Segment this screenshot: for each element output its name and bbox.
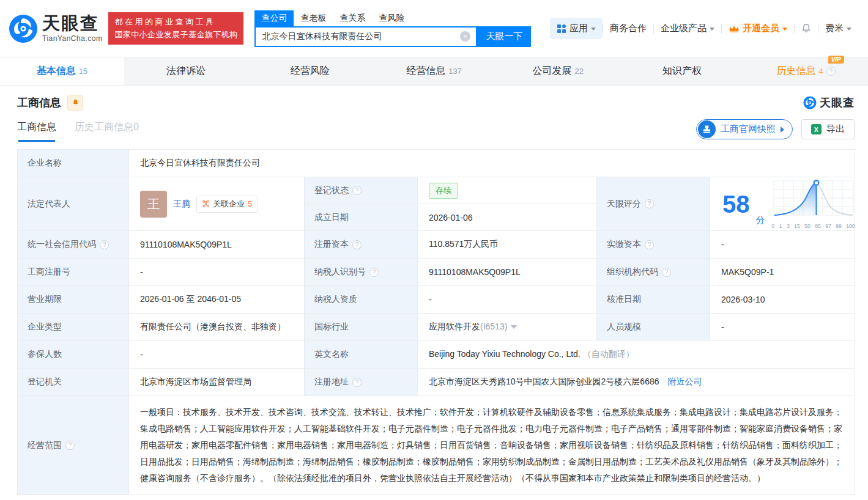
search-input[interactable] [256, 32, 460, 42]
value-legal-representative: 王 王腾 关联企业 5 [129, 177, 305, 231]
table-row: 统一社会信用代码 ? 91110108MAK5Q09P1L 注册资本 ? 110… [18, 231, 855, 259]
monitor-bell-icon[interactable] [67, 95, 83, 111]
value-establish-date: 2026-01-06 [418, 204, 597, 231]
english-name-text: Beijing Today Yixiu Technology Co., Ltd. [429, 349, 581, 359]
export-label: 导出 [826, 123, 845, 135]
tab-label: 基本信息 [37, 65, 76, 78]
tab-history-info[interactable]: 历史信息 4 ? VIP [744, 57, 868, 85]
tab-basic-info[interactable]: 基本信息 15 [0, 57, 124, 85]
nav-user[interactable]: 费米 [818, 23, 858, 34]
official-snapshot-button[interactable]: 工商官网快照 [696, 119, 793, 139]
search-tab-relation[interactable]: 查关系 [333, 10, 372, 26]
search-tab-company[interactable]: 查公司 [254, 10, 294, 26]
help-icon[interactable]: ? [100, 240, 109, 249]
page-header: 天眼查 TianYanCha.com 都在用的商业查询工具 国家中小企业发展子基… [0, 0, 868, 57]
label-registered-address: 注册地址 ? [305, 369, 418, 396]
tab-intellectual-property[interactable]: 知识产权 [620, 57, 744, 85]
value-business-term: 2026-01-06 至 2046-01-05 [129, 286, 305, 314]
help-icon[interactable]: ? [352, 378, 362, 387]
label-registration-authority: 登记机关 [18, 369, 129, 396]
search-button[interactable]: 天眼一下 [477, 26, 531, 47]
notifications-bell-icon[interactable] [795, 23, 818, 34]
table-row: 企业类型 有限责任公司（港澳台投资、非独资） 国标行业 应用软件开发(I6513… [18, 314, 855, 341]
tab-label: 经营风险 [291, 65, 330, 78]
nav-apps-label: 应用 [569, 23, 588, 34]
value-registered-address: 北京市海淀区天秀路10号中国农大国际创业园2号楼六层6686 附近公司 [418, 369, 855, 396]
address-text: 北京市海淀区天秀路10号中国农大国际创业园2号楼六层6686 [429, 377, 659, 386]
value-tianyan-score: 58 分 [710, 177, 855, 231]
excel-icon: X [811, 124, 822, 134]
auto-translate-note: （自动翻译） [583, 349, 634, 359]
arrow-right-icon [781, 127, 784, 133]
help-icon[interactable]: ? [352, 240, 362, 249]
label-insured-count: 参保人数 [18, 341, 129, 369]
tianyancha-logo[interactable]: 天眼查 TianYanCha.com [9, 14, 102, 43]
tab-operation-risk[interactable]: 经营风险 [248, 57, 372, 85]
clear-search-icon[interactable]: × [460, 31, 470, 42]
label-english-name: 英文名称 [305, 341, 418, 369]
value-registration-authority: 北京市海淀区市场监督管理局 [129, 369, 305, 396]
avatar[interactable]: 王 [140, 191, 167, 218]
help-icon[interactable]: ? [65, 441, 75, 450]
label-credit-code: 统一社会信用代码 ? [18, 231, 129, 259]
tab-operation-info[interactable]: 经营信息 137 [372, 57, 496, 85]
label-tianyan-score: 天眼评分 ? [597, 177, 710, 231]
value-paid-capital: - [710, 231, 855, 259]
tab-count: 137 [448, 67, 462, 76]
value-org-code: MAK5Q09P-1 [710, 259, 855, 286]
tianyancha-logo-icon [9, 14, 38, 43]
tab-legal-litigation[interactable]: 法律诉讼 [124, 57, 248, 85]
value-taxpayer-qualification: - [418, 286, 597, 314]
tab-count: 15 [79, 67, 87, 76]
tab-count: 22 [575, 67, 584, 76]
subtab-history-business-info[interactable]: 历史工商信息0 [75, 121, 139, 142]
value-industry[interactable]: 应用软件开发(I6513) [418, 314, 597, 341]
score-unit: 分 [756, 215, 765, 226]
snapshot-label: 工商官网快照 [721, 123, 776, 135]
brand-name: 天眼查 [42, 14, 102, 32]
tab-label: 法律诉讼 [166, 65, 206, 78]
chevron-down-icon [591, 28, 596, 31]
value-insured-count: - [129, 341, 305, 369]
value-taxpayer-id: 91110108MAK5Q09P1L [418, 259, 597, 286]
industry-code: (I6513) [480, 322, 507, 331]
subtab-business-info[interactable]: 工商信息 [17, 121, 56, 142]
nav-cooperation[interactable]: 商务合作 [603, 23, 653, 34]
label-registration-number: 工商注册号 [18, 259, 129, 286]
nav-enterprise-label: 企业级产品 [661, 23, 707, 34]
chevron-down-icon [710, 28, 714, 31]
score-distribution-chart[interactable]: 01 315 5085 9799 100 [771, 178, 856, 229]
table-row: 工商注册号 - 纳税人识别号 ? 91110108MAK5Q09P1L 组织机构… [18, 259, 855, 286]
help-icon[interactable]: ? [369, 268, 379, 277]
chevron-down-icon[interactable] [511, 325, 517, 329]
help-icon[interactable]: ? [645, 240, 654, 249]
top-nav: 应用 商务合作 企业级产品 开通会员 [550, 18, 858, 39]
nearby-companies-link[interactable]: 附近公司 [667, 377, 702, 386]
nav-vip-label: 开通会员 [743, 23, 779, 34]
legal-rep-link[interactable]: 王腾 [173, 199, 190, 210]
table-row: 企业名称 北京今日宜休科技有限责任公司 [18, 150, 855, 177]
nav-open-vip[interactable]: 开通会员 [722, 23, 794, 34]
nav-enterprise-products[interactable]: 企业级产品 [654, 23, 721, 34]
tab-company-development[interactable]: 公司发展 22 [496, 57, 620, 85]
search-area: 查公司 查老板 查关系 查风险 × 天眼一下 [254, 10, 531, 47]
label-business-scope: 经营范围 ? [18, 396, 129, 495]
chevron-down-icon [782, 28, 787, 31]
label-legal-representative: 法定代表人 [18, 177, 129, 231]
search-tab-boss[interactable]: 查老板 [294, 10, 333, 26]
help-icon[interactable]: ? [645, 199, 654, 208]
label-approval-date: 核准日期 [597, 286, 710, 314]
search-tab-risk[interactable]: 查风险 [372, 10, 411, 26]
value-approval-date: 2026-03-10 [710, 286, 855, 314]
nav-apps[interactable]: 应用 [550, 18, 603, 39]
value-company-type: 有限责任公司（港澳台投资、非独资） [129, 314, 305, 341]
table-row: 经营范围 ? 一般项目：技术服务、技术开发、技术咨询、技术交流、技术转让、技术推… [18, 396, 855, 495]
export-button[interactable]: X 导出 [801, 119, 855, 139]
score-axis-ticks: 01 315 5085 9799 100 [771, 223, 856, 229]
table-row: 登记机关 北京市海淀区市场监督管理局 注册地址 ? 北京市海淀区天秀路10号中国… [18, 369, 855, 396]
help-icon[interactable]: ? [826, 67, 836, 76]
help-icon[interactable]: ? [662, 268, 671, 277]
related-companies-badge[interactable]: 关联企业 5 [196, 196, 258, 213]
help-icon[interactable]: ? [352, 186, 362, 195]
stamp-icon [698, 120, 716, 138]
